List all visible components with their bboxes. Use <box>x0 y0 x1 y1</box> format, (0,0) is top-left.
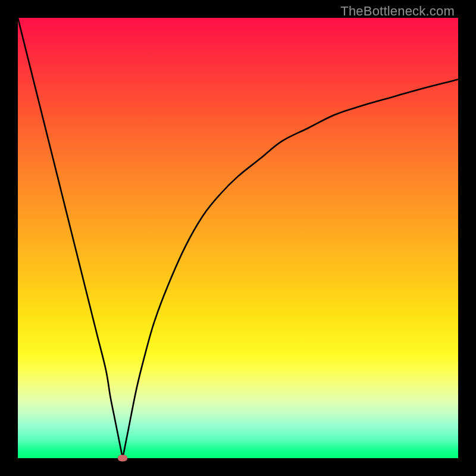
watermark-text: TheBottleneck.com <box>340 4 455 19</box>
plot-area <box>18 18 458 458</box>
chart-frame: TheBottleneck.com <box>0 0 476 476</box>
optimal-point-marker <box>118 455 127 462</box>
bottleneck-curve <box>18 18 458 458</box>
curve-path <box>18 18 458 458</box>
